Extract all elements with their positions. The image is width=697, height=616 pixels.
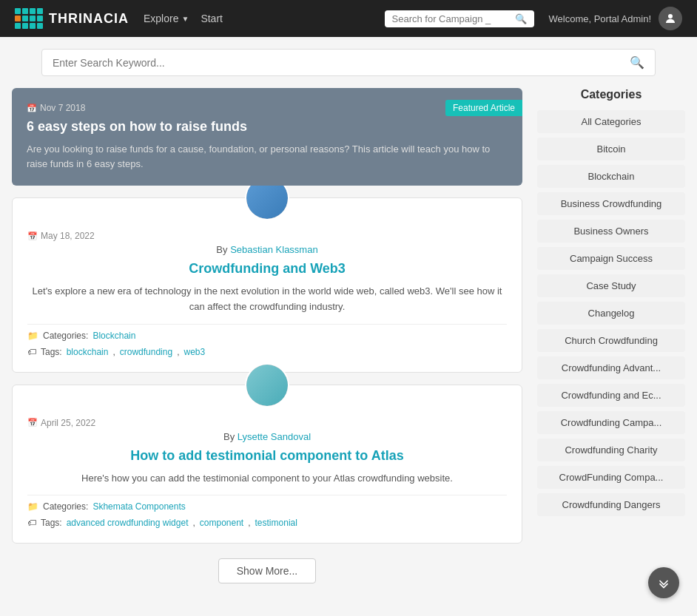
- categories-list: All CategoriesBitcoinBlockchainBusiness …: [537, 110, 685, 516]
- keyword-search-input[interactable]: [53, 57, 630, 69]
- featured-badge: Featured Article: [445, 100, 522, 116]
- tag-2-0[interactable]: advanced crowdfunding widget: [67, 518, 189, 528]
- tag-1-0[interactable]: blockchain: [67, 347, 109, 357]
- article-card: 📅 May 18, 2022 By Sebastian Klassman Cro…: [12, 197, 522, 373]
- category-button[interactable]: Crowdfunding Dangers: [537, 493, 685, 516]
- campaign-search-bar: 🔍: [385, 10, 534, 27]
- campaign-search-input[interactable]: [392, 13, 511, 24]
- category-button[interactable]: Crowdfunding Campa...: [537, 411, 685, 434]
- tag-1-1[interactable]: crowdfunding: [120, 347, 172, 357]
- category-button[interactable]: Changelog: [537, 302, 685, 325]
- category-button[interactable]: Church Crowdfunding: [537, 329, 685, 352]
- start-link[interactable]: Start: [201, 13, 223, 24]
- category-button[interactable]: Campaign Success: [537, 247, 685, 270]
- category-1-link[interactable]: Blockchain: [92, 331, 135, 341]
- tag-1-2[interactable]: web3: [183, 347, 205, 357]
- divider: [27, 324, 507, 325]
- article-1-date: 📅 May 18, 2022: [27, 231, 507, 241]
- navbar: THRINACIA Explore ▼ Start 🔍 Welcome, Por…: [0, 0, 697, 37]
- categories-title: Categories: [537, 88, 685, 101]
- tag-2-2[interactable]: testimonial: [255, 518, 297, 528]
- category-button[interactable]: Crowdfunding and Ec...: [537, 384, 685, 407]
- article-1-title[interactable]: Crowdfunding and Web3: [27, 261, 507, 277]
- category-button[interactable]: Bitcoin: [537, 138, 685, 160]
- category-button[interactable]: Blockchain: [537, 165, 685, 188]
- article-1-category-line: 📁 Categories: Blockchain: [27, 331, 507, 341]
- article-2-excerpt: Here's how you can add the testimonial c…: [27, 471, 507, 487]
- calendar-icon-2: 📅: [27, 418, 38, 427]
- author-2-link[interactable]: Lysette Sandoval: [238, 431, 311, 442]
- category-button[interactable]: Crowdfunding Advant...: [537, 356, 685, 379]
- category-button[interactable]: All Categories: [537, 110, 685, 133]
- folder-icon-1: 📁: [27, 331, 38, 341]
- featured-title[interactable]: 6 easy steps on how to raise funds: [27, 119, 508, 135]
- nav-links: Explore ▼ Start: [144, 13, 370, 24]
- category-button[interactable]: Business Crowdfunding: [537, 192, 685, 215]
- tag-2-1[interactable]: component: [200, 518, 243, 528]
- calendar-icon-1: 📅: [27, 231, 38, 241]
- category-button[interactable]: CrowdFunding Compa...: [537, 466, 685, 489]
- article-2-date: 📅 April 25, 2022: [27, 418, 507, 428]
- page-content: Featured Article 📅 Nov 7 2018 6 easy ste…: [0, 88, 697, 616]
- featured-article-card: Featured Article 📅 Nov 7 2018 6 easy ste…: [12, 88, 522, 186]
- sidebar: Categories All CategoriesBitcoinBlockcha…: [537, 88, 685, 598]
- search-icon: 🔍: [515, 13, 527, 24]
- nav-user: Welcome, Portal Admin!: [549, 7, 682, 30]
- tag-icon-2: 🏷: [27, 518, 36, 528]
- article-2-tags-line: 🏷 Tags: advanced crowdfunding widget, co…: [27, 518, 507, 528]
- category-button[interactable]: Crowdfunding Charity: [537, 439, 685, 461]
- article-1-tags-line: 🏷 Tags: blockchain, crowdfunding, web3: [27, 347, 507, 357]
- category-2-link[interactable]: Skhemata Components: [92, 501, 185, 512]
- explore-dropdown-icon: ▼: [181, 15, 189, 23]
- article-card-2: 📅 April 25, 2022 By Lysette Sandoval How…: [12, 385, 522, 544]
- author-avatar-2: [245, 363, 289, 407]
- calendar-icon: 📅: [27, 104, 37, 113]
- divider-2: [27, 495, 507, 495]
- welcome-text: Welcome, Portal Admin!: [549, 13, 651, 24]
- brand-name: THRINACIA: [49, 11, 129, 27]
- article-2-title[interactable]: How to add testimonial component to Atla…: [27, 448, 507, 464]
- brand-logo-link[interactable]: THRINACIA: [15, 8, 129, 29]
- tag-icon-1: 🏷: [27, 347, 36, 357]
- avatar[interactable]: [659, 7, 682, 30]
- articles-col: Featured Article 📅 Nov 7 2018 6 easy ste…: [12, 88, 522, 598]
- author-1-link[interactable]: Sebastian Klassman: [230, 244, 318, 255]
- featured-date: 📅 Nov 7 2018: [27, 103, 508, 113]
- keyword-search-icon: 🔍: [630, 55, 644, 70]
- category-button[interactable]: Case Study: [537, 274, 685, 297]
- main-search-bar: 🔍: [41, 49, 656, 76]
- scroll-down-fab[interactable]: [648, 567, 679, 598]
- brand-logo-grid: [15, 8, 43, 29]
- show-more-button[interactable]: Show More...: [218, 558, 316, 583]
- article-2-category-line: 📁 Categories: Skhemata Components: [27, 501, 507, 512]
- featured-description: Are you looking to raise funds for a cau…: [27, 142, 508, 171]
- article-2-author: By Lysette Sandoval: [27, 431, 507, 442]
- category-button[interactable]: Business Owners: [537, 220, 685, 243]
- svg-point-0: [668, 14, 673, 18]
- article-1-author: By Sebastian Klassman: [27, 244, 507, 255]
- explore-link[interactable]: Explore ▼: [144, 13, 189, 24]
- article-1-excerpt: Let's explore a new era of technology in…: [27, 284, 507, 315]
- folder-icon-2: 📁: [27, 501, 38, 512]
